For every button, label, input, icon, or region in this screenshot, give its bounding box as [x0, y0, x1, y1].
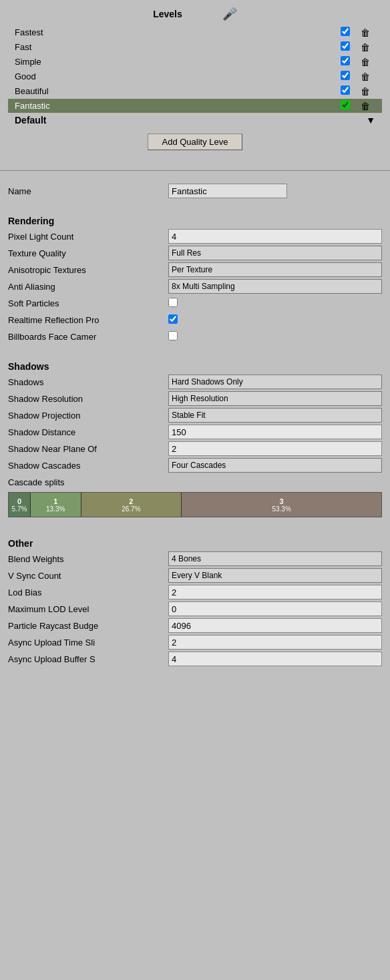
shadows-title: Shadows	[8, 361, 382, 372]
field-label: Maximum LOD Level	[8, 604, 168, 614]
level-checkbox[interactable]	[341, 100, 350, 109]
select-input[interactable]: Low ResolutionMedium ResolutionHigh Reso…	[168, 391, 382, 406]
field-label: Shadow Projection	[8, 411, 168, 421]
level-row-fastest[interactable]: Fastest 🗑	[8, 25, 382, 39]
name-label: Name	[8, 186, 168, 196]
text-input[interactable]	[168, 441, 382, 456]
default-label: Default	[15, 115, 366, 126]
field-row-blend-weights: Blend Weights1 Bone2 Bones4 Bones	[8, 551, 382, 566]
trash-icon[interactable]: 🗑	[355, 86, 375, 97]
cascade-pct: 5.7%	[12, 505, 27, 513]
field-label: Realtime Reflection Pro	[8, 315, 168, 325]
level-row-simple[interactable]: Simple 🗑	[8, 55, 382, 69]
name-input[interactable]	[168, 184, 287, 198]
text-input[interactable]	[168, 618, 382, 633]
trash-icon[interactable]: 🗑	[355, 42, 375, 53]
name-field-row: Name	[8, 184, 382, 198]
field-label: Soft Particles	[8, 298, 168, 308]
select-input[interactable]: Full ResHalf ResQuarter ResEighth Res	[168, 246, 382, 260]
cascade-label: 2	[129, 497, 133, 505]
field-row-anisotropic-textures: Anisotropic TexturesDisabledEnablePer Te…	[8, 262, 382, 277]
trash-icon[interactable]: 🗑	[355, 27, 375, 38]
field-label: Async Upload Time Sli	[8, 638, 168, 648]
select-input[interactable]: Don't SyncEvery V BlankEvery Second V Bl…	[168, 568, 382, 583]
select-input[interactable]: DisabledEnablePer TextureForced Enable	[168, 262, 382, 277]
other-fields: Blend Weights1 Bone2 Bones4 BonesV Sync …	[8, 551, 382, 666]
field-row-v-sync-count: V Sync CountDon't SyncEvery V BlankEvery…	[8, 568, 382, 583]
other-title: Other	[8, 538, 382, 549]
field-label: V Sync Count	[8, 571, 168, 581]
select-input[interactable]: 1 Bone2 Bones4 Bones	[168, 551, 382, 566]
checkbox-input[interactable]	[168, 298, 178, 307]
trash-icon[interactable]: 🗑	[355, 71, 375, 82]
cascade-label: 0	[17, 497, 21, 505]
cascade-segment-1: 113.3%	[31, 493, 81, 517]
text-input[interactable]	[168, 425, 382, 439]
cascade-segment-2: 226.7%	[81, 493, 182, 517]
field-row-shadow-cascades: Shadow CascadesNo CascadesTwo CascadesFo…	[8, 458, 382, 473]
select-input[interactable]: Disable ShadowsHard Shadows OnlySoft Sha…	[168, 375, 382, 389]
select-input[interactable]: Disabled2x Multi Sampling4x Multi Sampli…	[168, 279, 382, 294]
default-row: Default ▼	[8, 113, 382, 127]
cascade-pct: 26.7%	[122, 505, 140, 513]
field-label: Particle Raycast Budge	[8, 621, 168, 631]
field-label: Anti Aliasing	[8, 282, 168, 292]
level-name: Fastest	[15, 27, 335, 37]
cascade-label: 1	[53, 497, 57, 505]
levels-title: Levels	[153, 9, 182, 19]
field-label: Billboards Face Camer	[8, 332, 168, 342]
field-label: Anisotropic Textures	[8, 265, 168, 275]
add-quality-level-button[interactable]: Add Quality Leve	[148, 134, 242, 150]
text-input[interactable]	[168, 229, 382, 244]
level-row-fast[interactable]: Fast 🗑	[8, 40, 382, 54]
level-checkbox[interactable]	[341, 56, 350, 65]
default-arrow-icon: ▼	[366, 115, 375, 126]
field-label: Shadow Near Plane Of	[8, 444, 168, 454]
level-row-beautiful[interactable]: Beautiful 🗑	[8, 84, 382, 98]
field-row-shadows: ShadowsDisable ShadowsHard Shadows OnlyS…	[8, 375, 382, 389]
level-row-fantastic[interactable]: Fantastic 🗑	[8, 99, 382, 113]
rendering-title: Rendering	[8, 216, 382, 226]
cascade-bar: 05.7%113.3%226.7%353.3%	[8, 492, 382, 517]
text-input[interactable]	[168, 601, 382, 616]
trash-icon[interactable]: 🗑	[355, 101, 375, 111]
field-row-soft-particles: Soft Particles	[8, 296, 382, 310]
field-row-maximum-lod-level: Maximum LOD Level	[8, 601, 382, 616]
checkbox-input[interactable]	[168, 314, 178, 324]
cascade-segment-3: 353.3%	[182, 493, 381, 517]
field-label: Pixel Light Count	[8, 232, 168, 242]
cascade-splits-label: Cascade splits	[8, 477, 168, 487]
field-label: Shadow Cascades	[8, 461, 168, 471]
cascade-pct: 53.3%	[272, 505, 290, 513]
level-checkbox[interactable]	[341, 27, 350, 36]
field-row-particle-raycast-budge: Particle Raycast Budge	[8, 618, 382, 633]
level-name: Fast	[15, 42, 335, 52]
text-input[interactable]	[168, 652, 382, 666]
cascade-label: 3	[280, 497, 284, 505]
field-row-pixel-light-count: Pixel Light Count	[8, 229, 382, 244]
select-input[interactable]: Close FitStable Fit	[168, 408, 382, 423]
text-input[interactable]	[168, 585, 382, 599]
levels-list: Fastest 🗑 Fast 🗑 Simple 🗑 Good 🗑 Beautif…	[8, 25, 382, 113]
select-input[interactable]: No CascadesTwo CascadesFour Cascades	[168, 458, 382, 473]
level-checkbox[interactable]	[341, 71, 350, 80]
text-input[interactable]	[168, 635, 382, 650]
field-row-shadow-near-plane-of: Shadow Near Plane Of	[8, 441, 382, 456]
level-checkbox[interactable]	[341, 41, 350, 51]
level-name: Good	[15, 71, 335, 81]
field-row-texture-quality: Texture QualityFull ResHalf ResQuarter R…	[8, 246, 382, 260]
level-row-good[interactable]: Good 🗑	[8, 69, 382, 83]
levels-header: Levels 🎤	[8, 7, 382, 21]
field-row-async-upload-buffer-s: Async Upload Buffer S	[8, 652, 382, 666]
field-label: Texture Quality	[8, 248, 168, 258]
level-checkbox[interactable]	[341, 85, 350, 95]
level-name: Beautiful	[15, 86, 335, 96]
field-row-anti-aliasing: Anti AliasingDisabled2x Multi Sampling4x…	[8, 279, 382, 294]
checkbox-input[interactable]	[168, 331, 178, 340]
cascade-pct: 13.3%	[46, 505, 65, 513]
field-label: Shadow Distance	[8, 427, 168, 437]
field-label: Shadows	[8, 377, 168, 387]
trash-icon[interactable]: 🗑	[355, 57, 375, 67]
field-row-shadow-projection: Shadow ProjectionClose FitStable Fit	[8, 408, 382, 423]
cascade-segment-0: 05.7%	[9, 493, 31, 517]
